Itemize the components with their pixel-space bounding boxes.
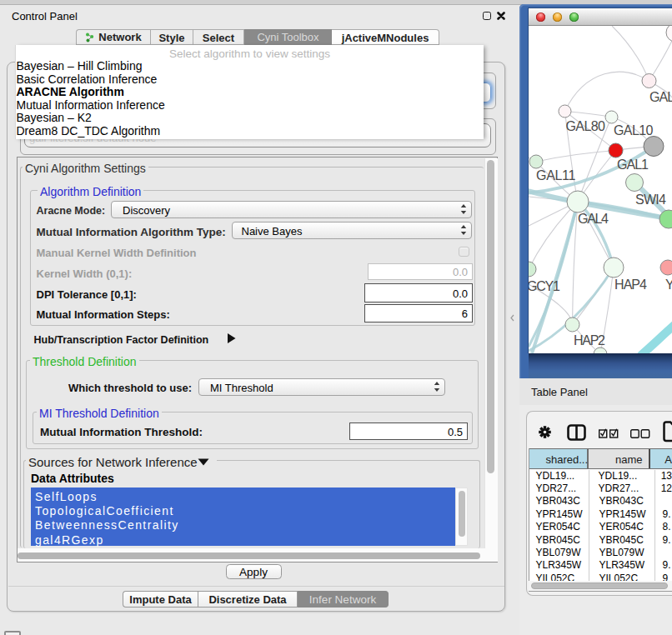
- svg-text:Y: Y: [665, 278, 672, 292]
- svg-text:HAP2: HAP2: [574, 333, 605, 348]
- svg-text:GCY1: GCY1: [529, 279, 560, 293]
- svg-text:HAP4: HAP4: [614, 278, 647, 292]
- svg-text:GAL1: GAL1: [617, 158, 649, 172]
- svg-text:GAL80: GAL80: [566, 119, 605, 133]
- svg-text:GAL11: GAL11: [536, 168, 575, 182]
- svg-text:GAL4: GAL4: [578, 212, 609, 226]
- svg-text:GAL7: GAL7: [649, 90, 672, 104]
- svg-text:SWI4: SWI4: [635, 192, 666, 207]
- svg-text:GAL10: GAL10: [614, 123, 653, 138]
